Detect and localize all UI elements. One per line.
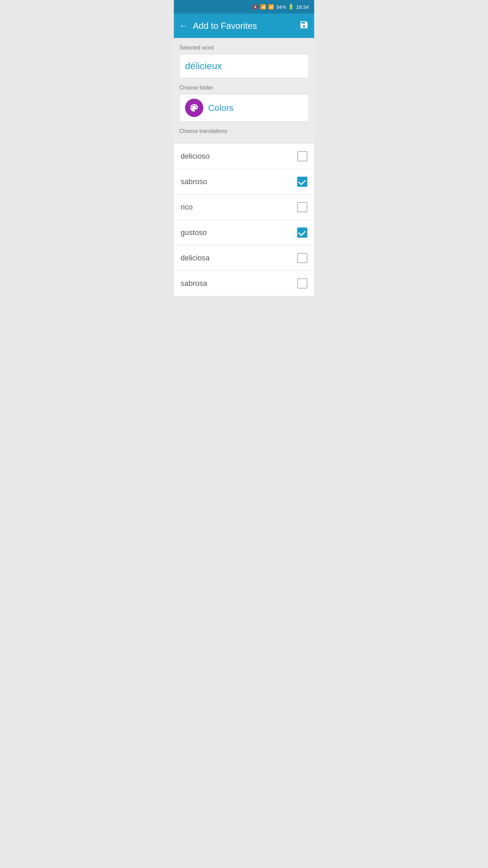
translation-item[interactable]: delicioso — [174, 144, 314, 169]
palette-icon — [189, 103, 199, 113]
translation-word: sabroso — [181, 177, 207, 186]
app-bar-left: ← Add to Favorites — [179, 21, 257, 31]
translation-word: delicioso — [181, 152, 210, 161]
status-bar: 🔇 📶 📶 34% 🔋 18:34 — [174, 0, 314, 14]
translation-word: gustoso — [181, 228, 207, 237]
translation-checkbox[interactable] — [297, 202, 307, 212]
folder-selector[interactable]: Colors — [179, 94, 309, 121]
save-button[interactable] — [299, 20, 309, 32]
selected-word-value: délicieux — [185, 61, 222, 71]
selected-word-field: délicieux — [179, 54, 309, 78]
choose-folder-label: Choose folder — [179, 85, 309, 91]
translation-checkbox[interactable] — [297, 253, 307, 263]
status-icons: 🔇 📶 📶 34% 🔋 18:34 — [252, 4, 309, 10]
translation-checkbox[interactable] — [297, 151, 307, 161]
translation-checkbox[interactable] — [297, 228, 307, 238]
translation-word: rico — [181, 203, 192, 212]
selected-word-label: Selected word — [179, 45, 309, 51]
translation-word: deliciosa — [181, 254, 210, 262]
translation-item[interactable]: deliciosa — [174, 245, 314, 271]
battery-text: 34% — [276, 4, 286, 10]
translation-item[interactable]: gustoso — [174, 220, 314, 245]
back-button[interactable]: ← — [179, 21, 187, 31]
translation-checkbox[interactable] — [297, 177, 307, 187]
battery-icon: 🔋 — [288, 4, 294, 9]
choose-translations-label: Choose translations — [179, 128, 309, 138]
mute-icon: 🔇 — [252, 4, 258, 9]
page-title: Add to Favorites — [193, 21, 257, 31]
wifi-icon: 📶 — [260, 4, 266, 9]
folder-name-text: Colors — [208, 103, 233, 113]
translation-word: sabrosa — [181, 279, 207, 288]
time-text: 18:34 — [296, 4, 309, 10]
app-bar: ← Add to Favorites — [174, 14, 314, 38]
translation-item[interactable]: sabrosa — [174, 271, 314, 296]
translations-list: deliciososabrosoricogustosodeliciosasabr… — [174, 144, 314, 296]
form-content: Selected word délicieux Choose folder Co… — [174, 38, 314, 144]
translation-item[interactable]: sabroso — [174, 169, 314, 195]
signal-icon: 📶 — [268, 4, 274, 9]
translation-item[interactable]: rico — [174, 195, 314, 220]
translation-checkbox[interactable] — [297, 278, 307, 289]
folder-icon-circle — [185, 99, 203, 117]
